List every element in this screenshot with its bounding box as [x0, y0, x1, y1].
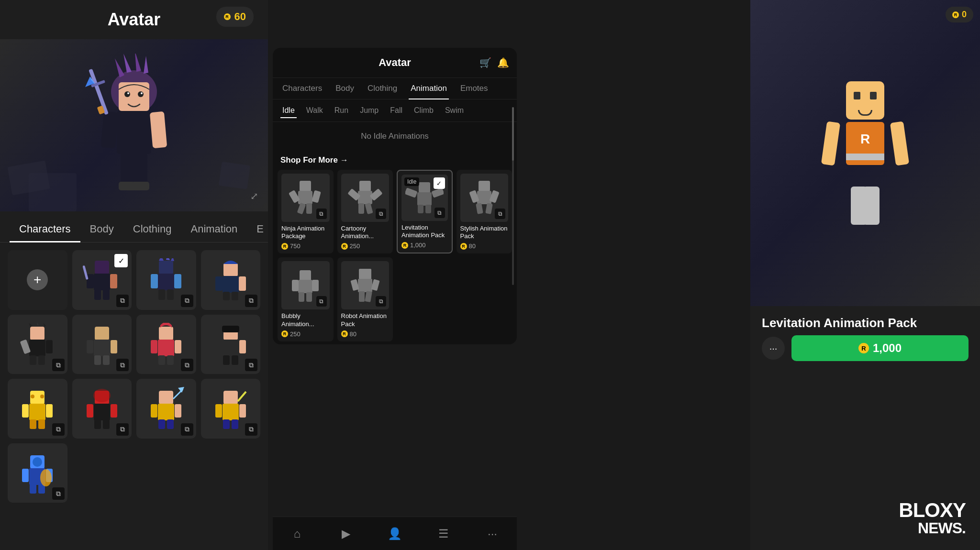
buy-robux-icon: R	[858, 343, 869, 353]
char-svg-2	[147, 258, 185, 301]
char-svg-10	[147, 387, 185, 430]
sub-tab-swim[interactable]: Swim	[443, 103, 466, 118]
shop-more-row[interactable]: Shop For More →	[273, 151, 517, 170]
tab-clothing[interactable]: Clothing	[366, 78, 399, 99]
character-item-12[interactable]: ⧉	[8, 443, 67, 503]
scroll-thumb	[512, 107, 514, 161]
char-copy-11[interactable]: ⧉	[245, 423, 257, 436]
left-title: Avatar	[108, 10, 161, 30]
char-copy-2[interactable]: ⧉	[181, 295, 193, 307]
character-item-1[interactable]: ✓ ⧉	[72, 250, 132, 310]
svg-rect-134	[300, 270, 311, 281]
ninja-price: R 750	[281, 242, 330, 250]
svg-rect-61	[151, 340, 157, 353]
roblox-body: R	[846, 122, 884, 165]
sub-tab-run[interactable]: Run	[333, 103, 350, 118]
nav-more[interactable]: ···	[480, 522, 504, 546]
levitation-selected: ✓	[434, 177, 445, 189]
svg-marker-46	[36, 323, 39, 325]
character-item-5[interactable]: ⧉	[72, 315, 132, 374]
char-copy-4[interactable]: ⧉	[52, 359, 65, 371]
shop-item-stylish[interactable]: ⧉ Stylish Animation Pack R 80	[457, 170, 512, 253]
sub-tab-climb[interactable]: Climb	[412, 103, 435, 118]
bubbly-price: R 250	[281, 330, 330, 338]
char-copy-1[interactable]: ⧉	[116, 295, 129, 307]
svg-rect-122	[419, 182, 430, 193]
svg-line-101	[238, 392, 246, 401]
character-item-3[interactable]: ⧉	[201, 250, 261, 310]
right-robux-icon: R	[952, 11, 959, 18]
svg-rect-120	[358, 203, 364, 214]
svg-rect-79	[38, 419, 45, 429]
shop-item-robot[interactable]: ⧉ Robot Animation Pack R 80	[337, 257, 393, 341]
buy-button[interactable]: R 1,000	[791, 335, 969, 361]
char-svg-12	[18, 451, 56, 495]
scroll-indicator[interactable]	[512, 107, 514, 285]
char-copy-5[interactable]: ⧉	[116, 359, 129, 371]
svg-rect-111	[298, 191, 312, 204]
tab-characters[interactable]: Characters	[280, 78, 324, 99]
stylish-price-icon: R	[460, 243, 467, 250]
left-nav-body[interactable]: Body	[80, 216, 123, 242]
expand-icon[interactable]: ⤢	[250, 190, 258, 202]
roblox-eye-right	[870, 92, 877, 99]
more-options-button[interactable]: ···	[762, 337, 785, 360]
shop-item-levitation[interactable]: Idle ✓ ⧉ Levitation Animation Pack R 1,0…	[397, 170, 453, 253]
svg-rect-115	[306, 203, 312, 214]
shop-item-ninja[interactable]: ⧉ Ninja Animation Package R 750	[278, 170, 334, 253]
svg-rect-85	[94, 419, 101, 429]
tab-animation[interactable]: Animation	[409, 78, 449, 99]
cartoony-name: Cartoony Animation...	[341, 225, 390, 241]
nav-home[interactable]: ⌂	[285, 522, 309, 546]
svg-rect-116	[359, 181, 371, 191]
tab-body[interactable]: Body	[334, 78, 356, 99]
bubbly-name: Bubbly Animation...	[281, 312, 330, 329]
character-item-8[interactable]: ⧉	[8, 379, 67, 439]
character-item-7[interactable]: ⧉	[201, 315, 261, 374]
modal-header: Avatar 🛒 🔔	[273, 48, 517, 78]
left-nav-animation[interactable]: Animation	[181, 216, 247, 242]
svg-rect-110	[300, 181, 311, 191]
svg-rect-87	[159, 391, 173, 404]
stylish-copy: ⧉	[495, 209, 505, 219]
char-copy-7[interactable]: ⧉	[245, 359, 257, 371]
svg-rect-48	[29, 340, 45, 356]
svg-rect-54	[94, 340, 110, 356]
char-copy-10[interactable]: ⧉	[181, 423, 193, 436]
left-nav-extra[interactable]: E	[247, 216, 273, 242]
character-item-11[interactable]: ⧉	[201, 379, 261, 439]
sub-tab-idle[interactable]: Idle	[280, 103, 297, 118]
sub-tab-fall[interactable]: Fall	[388, 103, 404, 118]
svg-rect-89	[151, 404, 157, 418]
character-item-2[interactable]: ⧉	[136, 250, 196, 310]
svg-rect-84	[111, 404, 117, 418]
char-copy-12[interactable]: ⧉	[52, 487, 65, 500]
shop-item-cartoony[interactable]: ⧉ Cartoony Animation... R 250	[337, 170, 393, 253]
character-item-4[interactable]: ⧉	[8, 315, 67, 374]
char-copy-3[interactable]: ⧉	[245, 295, 257, 307]
nav-document[interactable]: ☰	[432, 522, 456, 546]
left-panel: Avatar R 60	[0, 0, 268, 550]
char-copy-9[interactable]: ⧉	[116, 423, 129, 436]
char-copy-8[interactable]: ⧉	[52, 423, 65, 436]
char-copy-6[interactable]: ⧉	[181, 359, 193, 371]
shop-item-bubbly[interactable]: ⧉ Bubbly Animation... R 250	[278, 257, 334, 341]
sub-tab-walk[interactable]: Walk	[304, 103, 325, 118]
character-item-6[interactable]: ⧉	[136, 315, 196, 374]
character-item-9[interactable]: ⧉	[72, 379, 132, 439]
nav-play[interactable]: ▶	[334, 522, 358, 546]
tab-emotes[interactable]: Emotes	[458, 78, 490, 99]
nav-person[interactable]: 👤	[383, 522, 407, 546]
robot-name: Robot Animation Pack	[341, 312, 390, 329]
bell-icon[interactable]: 🔔	[497, 57, 509, 68]
cart-icon[interactable]: 🛒	[479, 57, 491, 68]
add-character-button[interactable]: +	[8, 250, 67, 310]
robux-badge: R 60	[216, 7, 254, 27]
left-nav-clothing[interactable]: Clothing	[123, 216, 181, 242]
left-nav-characters[interactable]: Characters	[10, 216, 80, 242]
bubbly-thumb: ⧉	[281, 261, 330, 309]
svg-rect-144	[359, 291, 365, 302]
sub-tab-jump[interactable]: Jump	[358, 103, 380, 118]
character-item-10[interactable]: ⧉	[136, 379, 196, 439]
cartoony-price-icon: R	[341, 243, 348, 250]
